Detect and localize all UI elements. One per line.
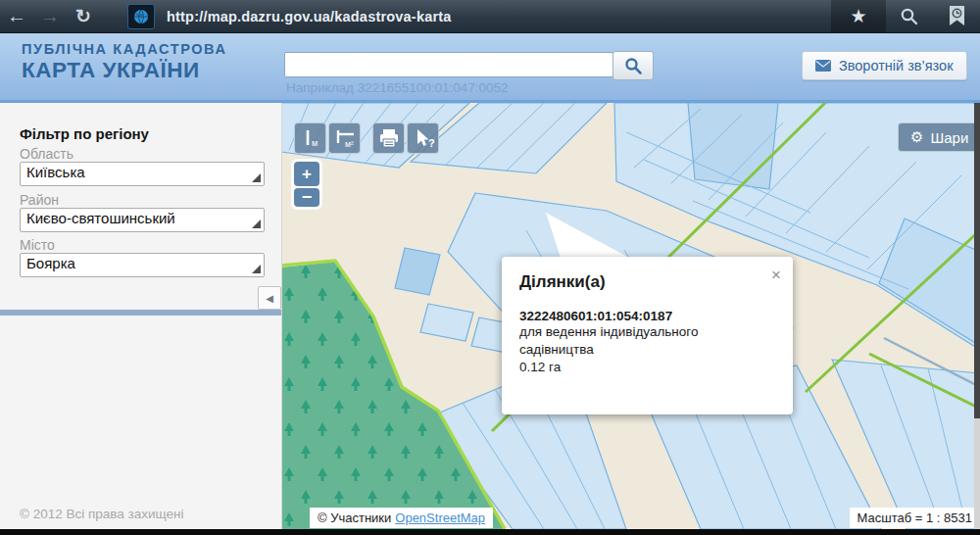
scrollbar-thumb[interactable] (974, 103, 980, 418)
copyright-text: © 2012 Всі права захищені (20, 507, 184, 521)
globe-icon (132, 8, 150, 25)
cadastral-search-input[interactable] (284, 52, 613, 77)
zoom-in-button[interactable]: + (294, 162, 319, 186)
logo-line1: ПУБЛІЧНА КАДАСТРОВА (22, 41, 227, 58)
popup-title: Ділянки(а) (519, 272, 775, 292)
map-toolbar: м м² (294, 122, 439, 154)
history-button[interactable] (933, 0, 980, 32)
map-attribution: © Участники OpenStreetMap (310, 508, 493, 528)
search-submit-button[interactable] (612, 51, 654, 80)
city-select[interactable]: Боярка (20, 253, 265, 277)
bookmark-star-icon[interactable]: ★ (850, 5, 866, 27)
bookmark-star-panel: ★ (831, 0, 886, 32)
layers-label: Шари (930, 129, 968, 146)
gear-icon: ⚙ (910, 128, 923, 146)
map-zoom-control: + − (291, 159, 322, 210)
measure-length-button[interactable]: м (294, 122, 326, 154)
history-bookmark-icon (948, 5, 966, 27)
site-favicon (127, 4, 155, 29)
openstreetmap-link[interactable]: OpenStreetMap (395, 511, 485, 525)
bottom-system-bar (0, 529, 980, 535)
dropdown-arrow-icon (252, 219, 261, 228)
parcel-id: 3222480601:01:054:0187 (519, 309, 775, 323)
parcel-area: 0.12 га (519, 359, 775, 376)
address-bar[interactable]: http://map.dazru.gov.ua/kadastrova-karta (167, 9, 831, 24)
region-filter-sidebar: Фільтр по регіону Область Київська Район… (0, 103, 282, 535)
logo-line2: КАРТА УКРАЇНИ (22, 58, 227, 83)
identify-cursor-icon: ? (411, 126, 436, 150)
back-icon[interactable]: ← (0, 5, 33, 27)
vertical-scrollbar[interactable] (974, 103, 980, 529)
parcel-purpose: для ведення індивідуального садівництва (519, 323, 775, 359)
close-icon[interactable]: × (771, 266, 781, 285)
filter-title: Фільтр по регіону (20, 125, 149, 142)
browser-toolbar: ← → ↻ http://map.dazru.gov.ua/kadastrova… (0, 0, 980, 33)
region-select-value: Київська (26, 164, 85, 180)
print-button[interactable] (372, 122, 405, 154)
parcel-info-popup: Ділянки(а) × 3222480601:01:054:0187 для … (502, 257, 793, 414)
district-select-value: Києво-святошинський (26, 210, 175, 226)
region-label: Область (20, 146, 74, 162)
filter-panel-divider (0, 310, 281, 316)
city-label: Місто (20, 237, 55, 253)
browser-search-button[interactable] (886, 0, 933, 32)
dropdown-arrow-icon (252, 173, 261, 182)
region-select[interactable]: Київська (20, 162, 265, 186)
sidebar-collapse-button[interactable]: ◀ (258, 286, 281, 310)
printer-icon (377, 126, 401, 150)
search-example-hint: Наприклад 3221655100:01:047:0052 (286, 80, 509, 95)
feedback-label: Зворотній зв’язок (839, 58, 954, 73)
search-icon (900, 7, 919, 26)
feedback-button[interactable]: Зворотній зв’язок (802, 51, 967, 80)
site-header: ПУБЛІЧНА КАДАСТРОВА КАРТА УКРАЇНИ Наприк… (0, 32, 980, 103)
district-label: Район (20, 192, 59, 208)
map-scale: Масштаб = 1 : 8531 (850, 508, 980, 528)
measure-area-icon: м² (332, 126, 358, 150)
site-logo: ПУБЛІЧНА КАДАСТРОВА КАРТА УКРАЇНИ (22, 41, 227, 83)
forward-icon[interactable]: → (33, 5, 67, 27)
svg-text:?: ? (428, 137, 435, 149)
measure-length-icon: м (299, 126, 322, 150)
cadastral-map[interactable]: м м² (281, 103, 980, 529)
search-icon (624, 57, 643, 75)
measure-area-button[interactable]: м² (328, 122, 361, 154)
refresh-icon[interactable]: ↻ (67, 5, 100, 27)
city-select-value: Боярка (26, 255, 75, 271)
envelope-icon (815, 60, 831, 72)
district-select[interactable]: Києво-святошинський (20, 208, 265, 232)
svg-text:м: м (312, 138, 318, 148)
app-window: ← → ↻ http://map.dazru.gov.ua/kadastrova… (0, 0, 980, 535)
collapse-arrow-icon: ◀ (266, 293, 273, 304)
dropdown-arrow-icon (252, 265, 261, 273)
popup-callout-tail (536, 209, 634, 258)
zoom-out-button[interactable]: − (294, 188, 319, 207)
attribution-prefix: © Участники (318, 511, 391, 525)
identify-button[interactable]: ? (407, 122, 439, 154)
svg-text:м²: м² (345, 139, 354, 149)
layers-button[interactable]: ⚙ Шари (898, 122, 980, 152)
